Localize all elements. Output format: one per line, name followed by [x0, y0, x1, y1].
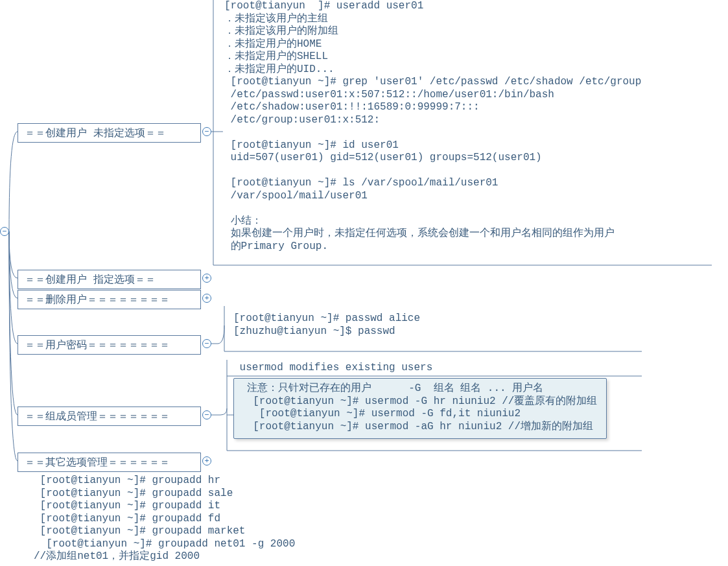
node-group-member-mgmt[interactable]: ＝＝组成员管理＝＝＝＝＝＝＝ — [18, 407, 201, 426]
content-groupadd-examples: [root@tianyun ~]# groupadd hr [root@tian… — [34, 475, 295, 563]
node-label: ＝＝创建用户 未指定选项＝＝ — [25, 126, 166, 139]
content-user-password: [root@tianyun ~]# passwd alice [zhuzhu@t… — [233, 312, 420, 338]
node-toggle-n5[interactable] — [202, 410, 211, 419]
content-create-user-no-opts: [root@tianyun ]# useradd user01 ．未指定该用户的… — [224, 0, 717, 253]
node-label: ＝＝其它选项管理＝＝＝＝＝＝ — [25, 456, 170, 468]
node-toggle-n2[interactable] — [202, 274, 211, 283]
node-other-options[interactable]: ＝＝其它选项管理＝＝＝＝＝＝ — [18, 453, 201, 472]
node-toggle-n4[interactable] — [202, 339, 211, 348]
node-toggle-n6[interactable] — [202, 456, 211, 466]
node-create-user-with-opts[interactable]: ＝＝创建用户 指定选项＝＝ — [18, 270, 201, 289]
node-create-user-no-opts[interactable]: ＝＝创建用户 未指定选项＝＝ — [18, 123, 201, 143]
node-label: ＝＝组成员管理＝＝＝＝＝＝＝ — [25, 410, 170, 422]
node-delete-user[interactable]: ＝＝删除用户＝＝＝＝＝＝＝＝ — [18, 290, 201, 309]
node-toggle-n3[interactable] — [202, 294, 211, 303]
node-label: ＝＝用户密码＝＝＝＝＝＝＝＝ — [25, 338, 170, 351]
node-label: ＝＝删除用户＝＝＝＝＝＝＝＝ — [25, 293, 170, 305]
content-usermod-header: usermod modifies existing users — [233, 362, 432, 375]
content-usermod-detail: 注意：只针对已存在的用户 -G 组名 组名 ... 用户名 [root@tian… — [233, 378, 607, 439]
node-user-password[interactable]: ＝＝用户密码＝＝＝＝＝＝＝＝ — [18, 335, 201, 355]
node-toggle-n1[interactable] — [202, 127, 211, 136]
node-label: ＝＝创建用户 指定选项＝＝ — [25, 273, 156, 285]
root-toggle[interactable] — [0, 227, 9, 236]
